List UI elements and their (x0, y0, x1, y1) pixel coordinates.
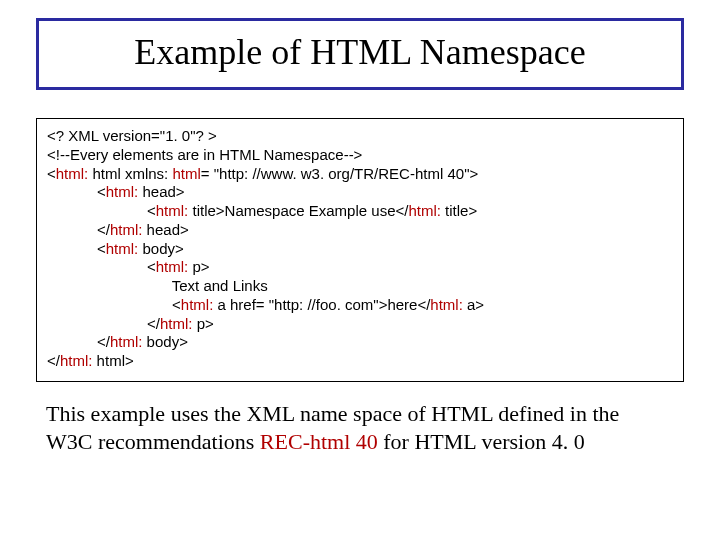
code-line: </html: head> (47, 221, 673, 240)
code-line: <? XML version="1. 0"? > (47, 127, 673, 146)
namespace-prefix: html: (430, 296, 463, 313)
code-line: <html: head> (47, 183, 673, 202)
namespace-prefix: html: (106, 183, 139, 200)
rec-link-text: REC-html 40 (260, 429, 378, 454)
namespace-prefix: html: (106, 240, 139, 257)
namespace-prefix: html: (110, 333, 143, 350)
code-line: </html: p> (47, 315, 673, 334)
namespace-prefix: html: (60, 352, 93, 369)
slide: Example of HTML Namespace <? XML version… (0, 0, 720, 540)
code-line: <html: a href= "http: //foo. com">here</… (47, 296, 673, 315)
namespace-prefix: html: (181, 296, 214, 313)
caption-text: This example uses the XML name space of … (46, 400, 674, 456)
code-line: </html: html> (47, 352, 673, 371)
code-line: Text and Links (47, 277, 673, 296)
namespace-prefix: html (172, 165, 200, 182)
namespace-prefix: html: (156, 258, 189, 275)
namespace-prefix: html: (408, 202, 441, 219)
slide-title: Example of HTML Namespace (134, 32, 586, 72)
namespace-prefix: html: (160, 315, 193, 332)
code-line: <html: body> (47, 240, 673, 259)
namespace-prefix: html: (110, 221, 143, 238)
namespace-prefix: html: (156, 202, 189, 219)
code-line: <!--Every elements are in HTML Namespace… (47, 146, 673, 165)
code-line: <html: p> (47, 258, 673, 277)
title-box: Example of HTML Namespace (36, 18, 684, 90)
code-line: <html: html xmlns: html= "http: //www. w… (47, 165, 673, 184)
code-line: <html: title>Namespace Example use</html… (47, 202, 673, 221)
code-line: </html: body> (47, 333, 673, 352)
namespace-prefix: html: (56, 165, 89, 182)
code-example-box: <? XML version="1. 0"? > <!--Every eleme… (36, 118, 684, 382)
